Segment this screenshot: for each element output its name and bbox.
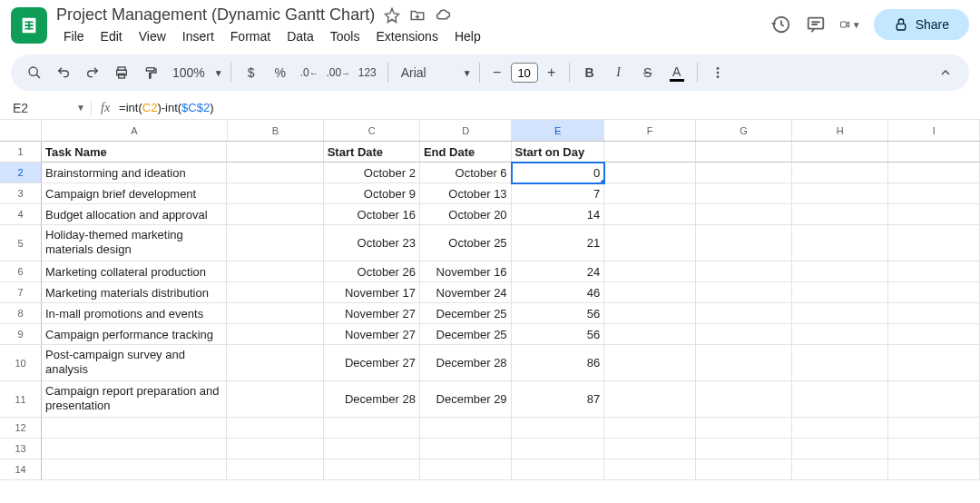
cell[interactable] xyxy=(696,324,792,345)
column-header-A[interactable]: A xyxy=(42,120,228,141)
cell[interactable] xyxy=(227,261,323,282)
column-header-I[interactable]: I xyxy=(888,120,980,141)
cell[interactable] xyxy=(324,418,420,439)
formula-bar[interactable]: =int(C2)-int($C$2) xyxy=(119,101,213,114)
row-header[interactable]: 9 xyxy=(0,324,42,345)
column-header-B[interactable]: B xyxy=(228,120,324,141)
cell[interactable] xyxy=(604,183,696,204)
cell[interactable] xyxy=(696,261,792,282)
menu-view[interactable]: View xyxy=(132,26,173,46)
cell[interactable] xyxy=(792,324,888,345)
cell[interactable]: 7 xyxy=(512,183,605,204)
cell[interactable] xyxy=(888,183,980,204)
row-header[interactable]: 7 xyxy=(0,282,42,303)
text-color-button[interactable]: A xyxy=(664,60,690,85)
history-icon[interactable] xyxy=(770,14,792,35)
cloud-status-icon[interactable] xyxy=(435,7,451,24)
bold-button[interactable]: B xyxy=(577,60,603,85)
cell[interactable]: November 17 xyxy=(324,282,420,303)
row-header[interactable]: 8 xyxy=(0,303,42,324)
cell[interactable] xyxy=(420,459,512,480)
cell[interactable] xyxy=(42,439,227,459)
cell[interactable] xyxy=(604,163,696,183)
cell[interactable]: November 16 xyxy=(420,261,512,282)
cell[interactable] xyxy=(324,459,420,480)
cell[interactable] xyxy=(604,439,696,459)
column-header-F[interactable]: F xyxy=(604,120,696,141)
cell[interactable] xyxy=(792,345,888,381)
cell[interactable]: Holiday-themed marketing materials desig… xyxy=(42,225,227,261)
cell[interactable]: October 13 xyxy=(420,183,512,204)
cell[interactable] xyxy=(227,282,323,303)
cell[interactable] xyxy=(792,183,888,204)
increase-decimal-icon[interactable]: .00→ xyxy=(326,60,351,85)
strikethrough-button[interactable]: S xyxy=(635,60,661,85)
cell[interactable]: Start Date xyxy=(324,142,420,163)
cell[interactable] xyxy=(227,345,323,381)
more-formats-button[interactable]: 123 xyxy=(355,60,380,85)
cell[interactable] xyxy=(604,345,696,381)
cell[interactable]: Task Name xyxy=(42,142,227,163)
cell[interactable] xyxy=(696,381,792,418)
row-header[interactable]: 4 xyxy=(0,204,42,225)
cell[interactable] xyxy=(696,142,792,163)
cell[interactable]: Brainstorming and ideation xyxy=(42,163,227,183)
cell[interactable] xyxy=(696,459,792,480)
cell[interactable] xyxy=(792,418,888,439)
cell[interactable] xyxy=(604,282,696,303)
cell[interactable] xyxy=(696,282,792,303)
cell[interactable]: Start on Day xyxy=(512,142,605,163)
cell[interactable] xyxy=(888,282,980,303)
collapse-toolbar-icon[interactable] xyxy=(933,60,958,85)
cell[interactable]: Campaign report preparation and presenta… xyxy=(42,381,227,418)
cell[interactable]: 0 xyxy=(512,163,605,183)
cell[interactable]: December 25 xyxy=(420,303,512,324)
row-header[interactable]: 12 xyxy=(0,418,42,439)
cell[interactable] xyxy=(888,459,980,480)
cell[interactable]: December 28 xyxy=(420,345,512,381)
column-header-C[interactable]: C xyxy=(324,120,420,141)
cell[interactable]: October 26 xyxy=(324,261,420,282)
star-icon[interactable] xyxy=(384,7,400,24)
cell[interactable] xyxy=(227,381,323,418)
cell[interactable]: 21 xyxy=(512,225,605,261)
row-header[interactable]: 6 xyxy=(0,261,42,282)
cell[interactable]: December 29 xyxy=(420,381,512,418)
cell[interactable]: Campaign brief development xyxy=(42,183,227,204)
cell[interactable] xyxy=(888,345,980,381)
cell[interactable] xyxy=(42,418,227,439)
cell[interactable] xyxy=(888,142,980,163)
cell[interactable]: 46 xyxy=(512,282,605,303)
redo-icon[interactable] xyxy=(80,60,105,85)
cell[interactable]: October 25 xyxy=(420,225,512,261)
cell[interactable]: December 25 xyxy=(420,324,512,345)
cell[interactable]: Marketing collateral production xyxy=(42,261,227,282)
cell[interactable] xyxy=(696,163,792,183)
cell[interactable]: October 20 xyxy=(420,204,512,225)
cell[interactable]: November 27 xyxy=(324,324,420,345)
cell[interactable]: October 23 xyxy=(324,225,420,261)
menu-insert[interactable]: Insert xyxy=(175,26,221,46)
cell[interactable] xyxy=(604,142,696,163)
cell[interactable] xyxy=(420,439,512,459)
zoom-dropdown[interactable]: 100%▼ xyxy=(167,65,223,80)
move-icon[interactable] xyxy=(409,7,426,24)
cell[interactable] xyxy=(792,261,888,282)
cell[interactable] xyxy=(512,439,605,459)
cell[interactable] xyxy=(227,204,323,225)
share-button[interactable]: Share xyxy=(874,9,969,40)
cell[interactable] xyxy=(512,459,605,480)
percent-button[interactable]: % xyxy=(268,60,293,85)
cell[interactable] xyxy=(792,142,888,163)
row-header[interactable]: 3 xyxy=(0,183,42,204)
cell[interactable] xyxy=(888,163,980,183)
column-header-H[interactable]: H xyxy=(792,120,888,141)
cell[interactable] xyxy=(888,204,980,225)
cell[interactable]: October 16 xyxy=(324,204,420,225)
cell[interactable]: End Date xyxy=(420,142,512,163)
more-toolbar-icon[interactable] xyxy=(705,60,730,85)
cell[interactable]: October 6 xyxy=(420,163,512,183)
cell[interactable] xyxy=(792,303,888,324)
cell[interactable] xyxy=(604,204,696,225)
cell[interactable]: November 24 xyxy=(420,282,512,303)
